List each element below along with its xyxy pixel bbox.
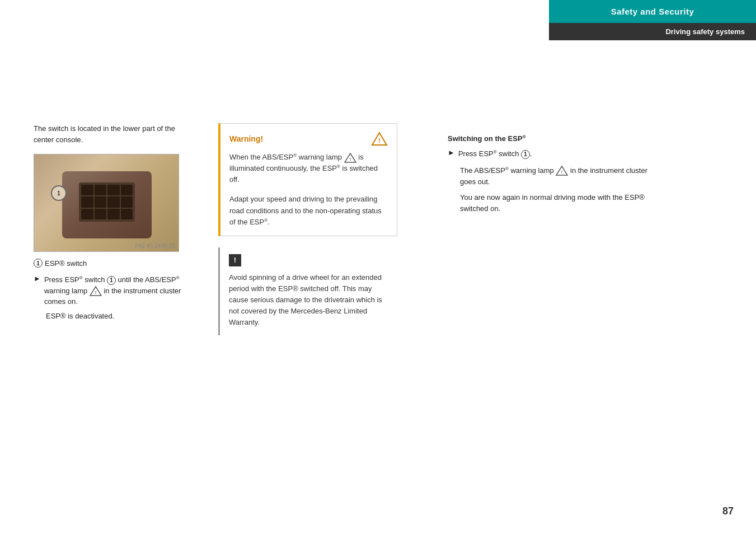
- caution-box: ! Avoid spinning of a drive wheel for an…: [218, 247, 397, 335]
- right-instruction-text: Press ESP® switch 1.: [458, 148, 532, 160]
- instruction-text: Press ESP® switch 1 until the ABS/ESP® w…: [44, 274, 190, 307]
- press-instruction: ► Press ESP® switch 1 until the ABS/ESP®…: [34, 274, 190, 307]
- middle-column: Warning! ! When the ABS/ESP® warning lam…: [218, 123, 397, 335]
- page-number: 87: [722, 505, 734, 517]
- warning-text-body: When the ABS/ESP® warning lamp ! is illu…: [229, 152, 388, 185]
- caution-text: Avoid spinning of a drive wheel for an e…: [229, 272, 388, 329]
- warning-title: Warning!: [229, 134, 263, 143]
- circle-1: 1: [34, 259, 43, 268]
- svg-text:!: !: [378, 137, 381, 144]
- image-caption: P42.45-2448-31: [135, 243, 175, 249]
- svg-text:!: !: [349, 156, 351, 161]
- arrow-icon: ►: [34, 274, 41, 283]
- esp-switch-label: 1 ESP® switch: [34, 259, 190, 268]
- right-arrow-icon: ►: [448, 148, 455, 157]
- warning-text-adapt: Adapt your speed and driving to the prev…: [229, 194, 388, 227]
- right-press-instruction: ► Press ESP® switch 1.: [448, 148, 660, 160]
- esp-circle-number: 1: [51, 185, 67, 201]
- svg-text:!: !: [95, 290, 96, 295]
- warning-triangle-icon: !: [371, 132, 388, 146]
- header-section: Safety and Security Driving safety syste…: [549, 0, 756, 40]
- switching-title: Switching on the ESP®: [448, 134, 660, 143]
- left-instructions: ► Press ESP® switch 1 until the ABS/ESP®…: [34, 274, 190, 320]
- caution-icon: !: [229, 254, 241, 266]
- warning-box: Warning! ! When the ABS/ESP® warning lam…: [218, 123, 397, 236]
- right-column: Switching on the ESP® ► Press ESP® switc…: [448, 134, 660, 219]
- right-subtext-2: You are now again in normal driving mode…: [460, 192, 660, 214]
- left-column: The switch is located in the lower part …: [34, 123, 190, 320]
- intro-text: The switch is located in the lower part …: [34, 123, 190, 145]
- right-subtext-1: The ABS/ESP® warning lamp ! in the instr…: [460, 165, 660, 188]
- warning-header: Warning! !: [229, 132, 388, 146]
- driving-tab: Driving safety systems: [549, 23, 756, 40]
- deactivated-text: ESP® is deactivated.: [46, 312, 190, 320]
- car-image: 1 P42.45-2448-31: [34, 154, 179, 252]
- safety-tab: Safety and Security: [549, 0, 756, 23]
- svg-text:!: !: [561, 170, 563, 175]
